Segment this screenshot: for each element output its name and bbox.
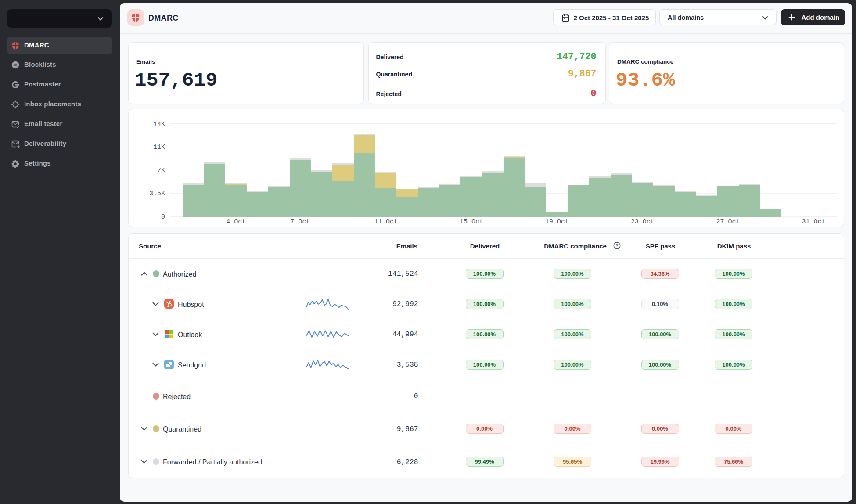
svg-text:0: 0 — [161, 213, 165, 221]
svg-text:?: ? — [615, 243, 618, 248]
svg-text:31 Oct: 31 Oct — [802, 218, 825, 226]
svg-text:7 Oct: 7 Oct — [290, 218, 310, 226]
svg-text:4 Oct: 4 Oct — [226, 218, 246, 226]
svg-text:27 Oct: 27 Oct — [716, 218, 740, 226]
svg-text:7K: 7K — [157, 167, 165, 174]
svg-text:15 Oct: 15 Oct — [459, 218, 483, 226]
svg-text:14K: 14K — [153, 121, 165, 128]
svg-text:19 Oct: 19 Oct — [545, 218, 568, 226]
svg-text:11 Oct: 11 Oct — [374, 218, 397, 226]
svg-text:23 Oct: 23 Oct — [630, 218, 654, 226]
svg-text:3.5K: 3.5K — [149, 190, 165, 198]
svg-text:11K: 11K — [153, 144, 165, 151]
